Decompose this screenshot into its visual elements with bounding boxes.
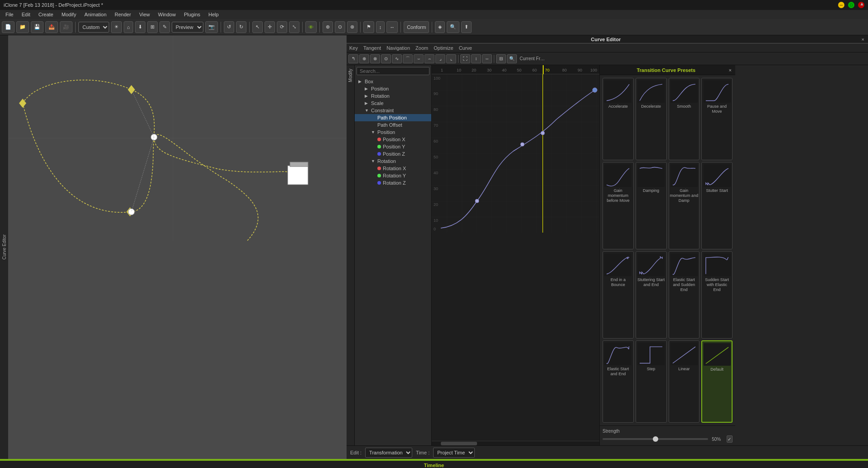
tree-item-5[interactable]: Path Position: [355, 114, 431, 121]
tree-search-input[interactable]: [357, 67, 429, 75]
curve-tool-11[interactable]: ⛶: [460, 54, 470, 63]
curve-tool-8[interactable]: ⌢: [424, 54, 434, 63]
preset-sudden_elastic[interactable]: Sudden Start with Elastic End: [701, 251, 733, 339]
timeline-expand[interactable]: ▲: [859, 1, 864, 6]
curve-tool-14[interactable]: ⊟: [496, 54, 506, 63]
preset-smooth[interactable]: Smooth: [669, 78, 700, 160]
tree-item-14[interactable]: Rotation Z: [355, 179, 431, 186]
tool6[interactable]: ↔: [386, 21, 398, 33]
search-btn[interactable]: 🔍: [447, 21, 459, 33]
preset-stuttering_sudden[interactable]: Stuttering Start and End: [636, 251, 667, 339]
tab-key[interactable]: Key: [349, 44, 358, 52]
tree-item-13[interactable]: Rotation Y: [355, 172, 431, 179]
sun-button[interactable]: ☀: [111, 21, 122, 33]
tool4[interactable]: ⚑: [363, 21, 374, 33]
tree-arrow-7[interactable]: ▼: [371, 130, 376, 134]
curve-tool-5[interactable]: ∿: [392, 54, 402, 63]
graph-scrollbar[interactable]: [432, 441, 599, 445]
curve-editor-close[interactable]: ×: [862, 37, 864, 42]
tree-item-2[interactable]: ▶Rotation: [355, 92, 431, 100]
tree-item-11[interactable]: ▼Rotation: [355, 158, 431, 165]
preset-elastic_end[interactable]: Elastic Start and End: [603, 340, 634, 423]
select-button[interactable]: ↖: [252, 21, 263, 33]
menu-item-view[interactable]: View: [135, 11, 154, 18]
undo-button[interactable]: ↺: [224, 21, 234, 33]
minimize-button[interactable]: ─: [838, 2, 844, 8]
tab-navigation[interactable]: Navigation: [386, 44, 410, 52]
tree-item-10[interactable]: Position Z: [355, 150, 431, 158]
menu-item-create[interactable]: Create: [35, 11, 57, 18]
curve-tool-9[interactable]: ⌟: [435, 54, 445, 63]
preset-accelerate[interactable]: Accelerate: [603, 78, 634, 160]
strip-modify[interactable]: Modify: [347, 65, 354, 86]
preset-default[interactable]: Default: [701, 340, 733, 423]
tool5[interactable]: ↕: [376, 21, 385, 33]
tree-arrow-0[interactable]: ▶: [358, 79, 363, 84]
tree-item-0[interactable]: ▶Box: [355, 78, 431, 85]
tree-item-3[interactable]: ▶Scale: [355, 100, 431, 107]
curve-tool-3[interactable]: ⊗: [370, 54, 380, 63]
preset-damping[interactable]: Damping: [636, 162, 667, 249]
preview-select[interactable]: Preview: [172, 22, 203, 33]
rotate-button[interactable]: ⟳: [277, 21, 287, 33]
tab-optimize[interactable]: Optimize: [434, 44, 453, 52]
tab-tangent[interactable]: Tangent: [363, 44, 381, 52]
move-button[interactable]: ✛: [265, 21, 275, 33]
strength-slider[interactable]: [603, 438, 708, 440]
conform-button[interactable]: Conform: [404, 21, 429, 33]
menu-item-help[interactable]: Help: [205, 11, 222, 18]
camera-button[interactable]: 🎥: [60, 21, 72, 33]
menu-item-window[interactable]: Window: [154, 11, 179, 18]
presets-close[interactable]: ×: [729, 67, 732, 73]
save-button[interactable]: 💾: [31, 21, 43, 33]
redo-button[interactable]: ↻: [236, 21, 246, 33]
curve-tool-13[interactable]: ↔: [482, 54, 492, 63]
preset-elastic_sudden[interactable]: Elastic Start and Sudden End: [669, 251, 700, 339]
menu-item-edit[interactable]: Edit: [18, 11, 34, 18]
home-button[interactable]: ⌂: [124, 21, 133, 33]
preset-end_in_bounce[interactable]: End in a Bounce: [603, 251, 634, 339]
custom-select[interactable]: Custom: [78, 22, 109, 33]
preset-gain_momentum_damp[interactable]: Gain momentum and Damp: [669, 162, 700, 249]
maximize-button[interactable]: □: [848, 2, 854, 8]
open-button[interactable]: 📁: [16, 21, 29, 33]
curve-tool-15[interactable]: 🔍: [507, 54, 517, 63]
preset-step[interactable]: Step: [636, 340, 667, 423]
preset-decelerate[interactable]: Decelerate: [636, 78, 667, 160]
menu-item-modify[interactable]: Modify: [58, 11, 80, 18]
curve-tool-4[interactable]: ⊙: [381, 54, 391, 63]
preset-gain_momentum_before[interactable]: Gain momentum before Move: [603, 162, 634, 249]
preset-linear[interactable]: Linear: [669, 340, 700, 423]
tree-item-7[interactable]: ▼Position: [355, 129, 431, 136]
tab-zoom[interactable]: Zoom: [415, 44, 428, 52]
tree-arrow-1[interactable]: ▶: [365, 86, 369, 91]
viewport[interactable]: Curve Editor: [0, 35, 347, 459]
tool1[interactable]: ⊕: [323, 21, 333, 33]
edit-btn[interactable]: ✎: [159, 21, 170, 33]
tree-item-4[interactable]: ▼Constraint: [355, 107, 431, 114]
tool3[interactable]: ⊗: [347, 21, 357, 33]
menu-item-animation[interactable]: Animation: [81, 11, 110, 18]
tree-item-1[interactable]: ▶Position: [355, 85, 431, 92]
time-select[interactable]: Project Time: [433, 448, 475, 458]
menu-item-plugins[interactable]: Plugins: [180, 11, 204, 18]
curve-tool-1[interactable]: ↰: [348, 54, 358, 63]
curve-editor-side-label[interactable]: Curve Editor: [2, 234, 7, 260]
upload-btn[interactable]: ⬆: [461, 21, 472, 33]
tree-arrow-3[interactable]: ▶: [365, 101, 369, 105]
tree-arrow-11[interactable]: ▼: [371, 159, 376, 163]
tree-arrow-2[interactable]: ▶: [365, 94, 369, 98]
grid-button[interactable]: ⊞: [147, 21, 158, 33]
curve-tool-12[interactable]: ↕: [471, 54, 481, 63]
curve-tool-6[interactable]: ⌒: [403, 54, 413, 63]
diamond-button[interactable]: ◈: [435, 21, 445, 33]
tree-item-8[interactable]: Position X: [355, 136, 431, 143]
preset-stutter_start[interactable]: Stutter Start: [701, 162, 733, 249]
video-button[interactable]: 📷: [205, 21, 218, 33]
tab-curve[interactable]: Curve: [459, 44, 472, 52]
curve-tool-10[interactable]: ⌞: [446, 54, 456, 63]
curve-tool-2[interactable]: ⊕: [359, 54, 369, 63]
eye-button[interactable]: 👁: [305, 21, 317, 33]
menu-item-file[interactable]: File: [2, 11, 17, 18]
tree-item-9[interactable]: Position Y: [355, 143, 431, 150]
